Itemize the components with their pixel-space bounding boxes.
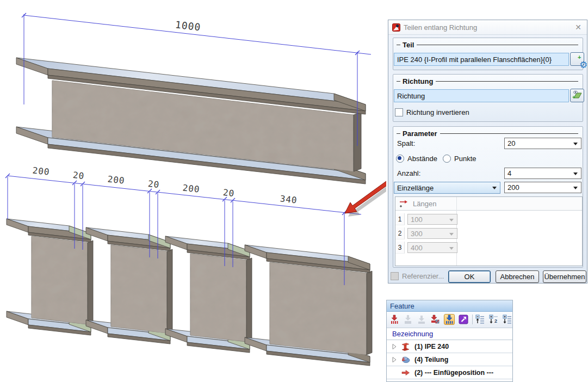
dropdown-arrow-icon <box>449 247 454 250</box>
expander-spacer <box>391 369 398 376</box>
einzellaenge-value: 200 <box>507 183 519 192</box>
length-combo-2: 300 <box>407 228 457 239</box>
cancel-button[interactable]: Abbrechen <box>496 270 539 283</box>
feature-panel-titlebar[interactable]: Feature <box>387 300 512 312</box>
svg-text:2: 2 <box>494 318 497 324</box>
dropdown-arrow-icon <box>449 219 454 221</box>
feature-delete-button[interactable] <box>430 314 441 325</box>
mode-combo[interactable]: Einzellänge <box>394 182 500 194</box>
radio-punkte[interactable]: Punkte <box>443 155 476 163</box>
dim-label-5: 200 <box>182 182 201 194</box>
feature-jump-button[interactable] <box>458 314 469 325</box>
expander-icon[interactable] <box>391 343 398 350</box>
lengths-header-label: Längen <box>413 200 436 208</box>
expand-level-2-button[interactable]: 2 <box>488 314 499 325</box>
lengths-table: Längen 1 100 2 300 3 400 <box>395 196 583 266</box>
spalt-value: 20 <box>507 139 515 147</box>
group-line <box>417 45 578 45</box>
table-row: 2 300 <box>395 227 457 239</box>
plus-icon: + <box>578 54 581 60</box>
dropdown-arrow-icon <box>573 172 578 175</box>
expander-icon[interactable] <box>391 356 398 363</box>
group-dash <box>397 81 400 82</box>
add-length-arrow-icon <box>399 199 408 208</box>
dim-label-6: 20 <box>222 187 235 199</box>
referenzieren-label: Referenzier... <box>402 272 444 280</box>
invert-direction-checkbox[interactable]: Richtung invertieren <box>395 108 469 116</box>
feature-insert-disabled-button <box>403 314 413 325</box>
abstaende-label: Abstände <box>407 155 437 163</box>
einzellaenge-combo[interactable]: 200 <box>504 182 581 193</box>
radio-abstaende[interactable]: Abstände <box>396 155 437 163</box>
mode-value: Einzellänge <box>397 184 434 192</box>
dim-label-3: 200 <box>107 174 126 186</box>
dim-label-total: 1000 <box>175 19 201 33</box>
select-direction-button[interactable]: + <box>570 89 584 102</box>
ok-button[interactable]: OK <box>448 270 491 283</box>
feature-row-ipe[interactable]: (1) IPE 240 <box>387 340 512 353</box>
feature-log-active-button[interactable] <box>444 314 455 325</box>
dialog-titlebar[interactable]: Teilen entlang Richtung ✕ <box>388 20 587 35</box>
spalt-combo[interactable]: 20 <box>504 138 581 149</box>
direction-field[interactable] <box>394 89 569 102</box>
teilung-icon <box>401 355 410 364</box>
callout-arrow <box>345 181 386 217</box>
group-richtung-label: Richtung <box>403 77 436 85</box>
feature-row-label: (4) Teilung <box>414 356 448 363</box>
expand-all-button[interactable] <box>502 314 513 325</box>
gear-icon: ⚙ <box>579 59 587 71</box>
feature-insert-button[interactable] <box>389 314 400 325</box>
group-dash <box>397 133 400 134</box>
apply-button[interactable]: Übernehmen <box>543 270 586 283</box>
row-number: 2 <box>395 227 405 239</box>
toolbar-separator <box>472 315 473 324</box>
dim-label-1: 200 <box>32 165 51 177</box>
ipe-profile-icon <box>401 342 410 351</box>
radio-dot[interactable] <box>443 155 451 163</box>
beam-segment-4 <box>245 245 372 366</box>
beam-segment-1 <box>7 219 93 335</box>
app-root: 1000 200 20 200 20 200 20 340 Te <box>0 0 588 382</box>
checkbox-box[interactable] <box>395 108 403 116</box>
dim-label-2: 20 <box>72 170 85 181</box>
anzahl-combo[interactable]: 4 <box>504 168 581 179</box>
length-value: 100 <box>411 215 423 224</box>
table-row: 1 100 <box>395 213 457 225</box>
dim-label-4: 20 <box>147 178 160 190</box>
length-value: 400 <box>411 244 423 252</box>
group-dash <box>397 45 400 45</box>
part-field[interactable] <box>394 53 569 66</box>
feature-row-teilung[interactable]: (4) Teilung <box>387 353 512 366</box>
punkte-label: Punkte <box>454 155 476 163</box>
referenzieren-checkbox: Referenzier... <box>391 272 444 280</box>
length-combo-1: 100 <box>407 214 457 225</box>
beam-original <box>16 58 366 184</box>
table-row: 3 400 <box>395 242 457 254</box>
dialog-title: Teilen entlang Richtung <box>404 23 477 32</box>
checkbox-box <box>391 272 399 280</box>
dropdown-arrow-icon <box>449 233 454 236</box>
beam-segment-2 <box>86 227 172 344</box>
close-icon[interactable]: ✕ <box>575 23 581 32</box>
feature-row-einfuegeposition[interactable]: (2) --- Einfügeposition --- <box>387 366 512 379</box>
anzahl-value: 4 <box>507 169 511 177</box>
dialog-app-icon <box>392 23 400 32</box>
feature-row-label: (1) IPE 240 <box>414 343 449 350</box>
invert-direction-label: Richtung invertieren <box>406 108 469 116</box>
collapse-all-button[interactable] <box>475 314 486 325</box>
group-teil-label: Teil <box>403 41 417 49</box>
cad-viewport[interactable]: 1000 200 20 200 20 200 20 340 <box>0 0 386 382</box>
length-combo-3: 400 <box>407 242 457 253</box>
group-line <box>440 133 578 134</box>
radio-dot[interactable] <box>396 155 404 163</box>
group-line <box>436 81 578 82</box>
feature-row-label: (2) --- Einfügeposition --- <box>414 369 493 377</box>
feature-column-header: Bezeichnung <box>387 328 512 340</box>
direction-plane-icon: + <box>572 89 583 100</box>
svg-text:+: + <box>572 95 575 100</box>
beam-segment-3 <box>165 236 252 353</box>
insert-position-arrow-icon <box>401 368 410 377</box>
row-number: 1 <box>395 213 405 225</box>
select-part-button[interactable]: ⚙ + <box>570 52 584 66</box>
dim-label-7: 340 <box>280 193 298 205</box>
